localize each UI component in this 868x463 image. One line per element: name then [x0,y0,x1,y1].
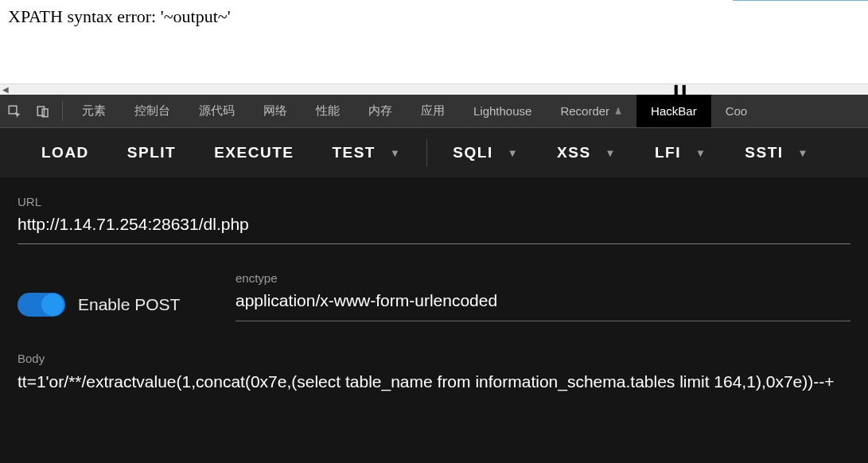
error-text: XPATH syntax error: '~output~' [8,6,231,26]
tab-hackbar[interactable]: HackBar [636,95,711,127]
execute-button[interactable]: EXECUTE [195,128,313,177]
enctype-select[interactable]: application/x-www-form-urlencoded [235,288,850,321]
chevron-down-icon: ▼ [508,147,519,159]
tab-network[interactable]: 网络 [249,95,302,127]
flask-icon [614,107,622,115]
tab-lighthouse[interactable]: Lighthouse [459,95,546,127]
tab-application[interactable]: 应用 [407,95,459,127]
tab-recorder[interactable]: Recorder [546,95,636,127]
chevron-down-icon: ▼ [390,147,401,159]
chevron-down-icon: ▼ [695,147,706,159]
separator [62,101,63,121]
hyperlink-underline [733,0,868,1]
hackbar-toolbar: LOAD SPLIT EXECUTE TEST ▼ SQLI ▼ XSS ▼ L… [0,128,868,177]
body-input[interactable]: tt=1'or/**/extractvalue(1,concat(0x7e,(s… [18,368,850,395]
body-field-wrap: Body tt=1'or/**/extractvalue(1,concat(0x… [18,352,850,395]
devtools-panel: 元素 控制台 源代码 网络 性能 内存 应用 Lighthouse Record… [0,95,868,463]
body-label: Body [18,352,850,365]
xss-label: XSS [557,144,591,161]
page-content: XPATH syntax error: '~output~' [0,0,868,84]
enctype-field-wrap: enctype application/x-www-form-urlencode… [235,271,850,324]
ssti-label: SSTI [745,144,783,161]
svg-rect-1 [37,107,44,115]
test-label: TEST [332,144,376,161]
sqli-dropdown[interactable]: SQLI ▼ [434,128,538,177]
inspect-element-icon[interactable] [0,95,29,127]
url-label: URL [18,195,850,208]
tab-cookies[interactable]: Coo [711,95,753,127]
chevron-down-icon: ▼ [798,147,809,159]
lfi-label: LFI [655,144,681,161]
toggle-knob [41,294,64,316]
split-button[interactable]: SPLIT [108,128,195,177]
enable-post-toggle[interactable] [18,293,65,317]
tab-memory[interactable]: 内存 [354,95,407,127]
enctype-label: enctype [235,271,850,285]
test-dropdown[interactable]: TEST ▼ [313,128,420,177]
dock-handle-icon: ❚❚ [672,82,688,96]
sqli-label: SQLI [453,144,492,161]
xss-dropdown[interactable]: XSS ▼ [538,128,636,177]
lfi-dropdown[interactable]: LFI ▼ [636,128,726,177]
hackbar-panel: URL http://1.14.71.254:28631/dl.php Enab… [0,177,868,463]
tab-performance[interactable]: 性能 [302,95,354,127]
tab-elements[interactable]: 元素 [68,95,120,127]
post-row: Enable POST enctype application/x-www-fo… [18,271,850,324]
url-field-wrap: URL http://1.14.71.254:28631/dl.php [18,195,850,244]
devtools-tabs: 元素 控制台 源代码 网络 性能 内存 应用 Lighthouse Record… [0,95,868,128]
scroll-track[interactable]: ❚❚ [11,85,868,95]
horizontal-scrollbar[interactable]: ◀ ❚❚ [0,84,868,95]
ssti-dropdown[interactable]: SSTI ▼ [726,128,828,177]
enable-post-wrap: Enable POST [18,293,208,325]
enable-post-label: Enable POST [78,295,180,314]
scroll-left-icon[interactable]: ◀ [0,85,11,95]
separator [426,139,427,166]
chevron-down-icon: ▼ [605,147,617,159]
tab-recorder-label: Recorder [560,104,609,118]
tab-console[interactable]: 控制台 [120,95,185,127]
url-input[interactable]: http://1.14.71.254:28631/dl.php [18,212,850,244]
tab-sources[interactable]: 源代码 [185,95,249,127]
device-toggle-icon[interactable] [29,95,57,127]
load-button[interactable]: LOAD [22,128,108,177]
